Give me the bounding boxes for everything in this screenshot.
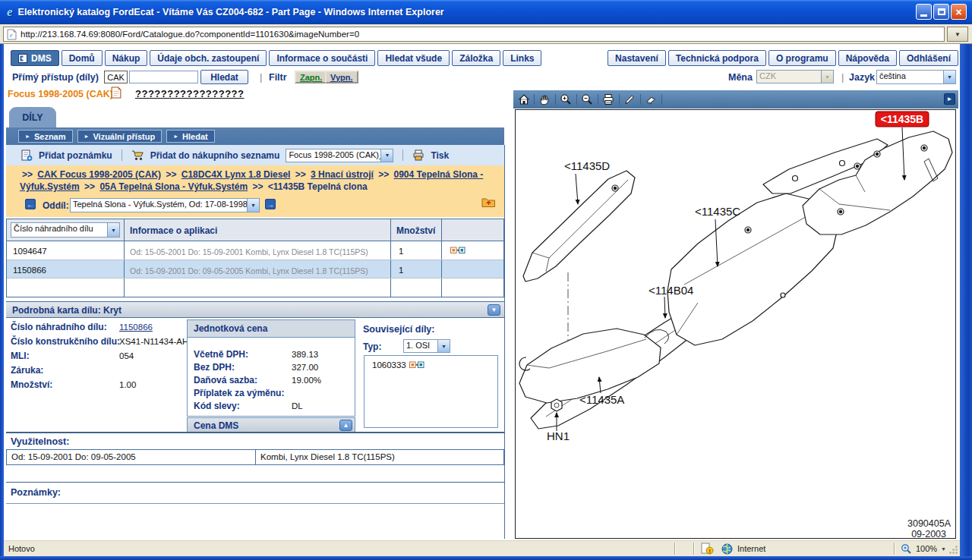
- visual-access-button[interactable]: ►Vizuální přístup: [77, 130, 163, 143]
- breadcrumb-link-vehicle[interactable]: CAK Focus 1998-2005 (CAK): [37, 169, 161, 180]
- dms-price-title: Cena DMS: [194, 420, 238, 431]
- status-bar: Hotovo ! Internet 100% ▼: [4, 540, 960, 556]
- list-view-button[interactable]: ►Seznam: [18, 130, 73, 143]
- zoom-in-icon[interactable]: [560, 93, 572, 105]
- eraser-icon[interactable]: [645, 93, 657, 105]
- detail-card-title: Podrobná karta dílu: Kryt: [12, 305, 122, 316]
- nav-dealer-data-button[interactable]: Údaje obch. zastoupení: [150, 50, 267, 66]
- nav-links-button[interactable]: Links: [503, 50, 541, 66]
- breadcrumb-link-engine[interactable]: C18DC4X Lynx 1.8 Diesel: [181, 169, 291, 180]
- zoom-out-icon[interactable]: [581, 93, 593, 105]
- breadcrumb-current: <11435B Tepelná clona: [268, 181, 368, 192]
- nav-help-button[interactable]: Nápověda: [838, 50, 897, 66]
- address-bar: e http://213.168.74.69:8080/Ford/Catalog…: [0, 24, 972, 44]
- add-to-shopping-list-label[interactable]: Přidat do nákupního seznamu: [150, 150, 280, 161]
- nav-part-info-button[interactable]: Informace o součásti: [269, 50, 375, 66]
- add-note-label[interactable]: Přidat poznámku: [39, 150, 112, 161]
- expand-panel-button[interactable]: ►: [944, 93, 955, 105]
- dropdown-arrow-icon: ▼: [437, 340, 450, 352]
- table-row-part-number[interactable]: 1094647: [13, 247, 47, 256]
- window-border-bottom: [0, 556, 972, 560]
- next-section-button[interactable]: →: [265, 199, 276, 209]
- callout-11435b-highlighted[interactable]: <11435B: [876, 112, 929, 127]
- nav-purchase-button[interactable]: Nákup: [105, 50, 148, 66]
- document-icon[interactable]: [111, 87, 122, 99]
- title-bar: e Elektronický katalog FordEcat - Vítáme…: [0, 0, 972, 24]
- pencil-icon[interactable]: [623, 93, 636, 105]
- nav-dms-button[interactable]: DMS: [11, 50, 59, 66]
- usage-row: Od: 15-09-2001 Do: 09-05-2005 Kombi, Lyn…: [6, 449, 504, 465]
- notes-title: Poznámky:: [11, 487, 61, 498]
- main-menu: DMS Domů Nákup Údaje obch. zastoupení In…: [11, 50, 541, 66]
- part-number-column-select[interactable]: Číslo náhradního dílu ▼: [11, 222, 120, 238]
- nav-search-all-button[interactable]: Hledat všude: [377, 50, 450, 66]
- resize-grip[interactable]: [948, 545, 958, 555]
- part-number-link[interactable]: 1150866: [119, 322, 153, 332]
- collapse-detail-button[interactable]: ▼: [488, 304, 500, 316]
- pan-hand-icon[interactable]: [538, 93, 551, 105]
- table-row-info: Od: 15-05-2001 Do: 15-09-2001 Kombi, Lyn…: [130, 247, 368, 256]
- maximize-button[interactable]: [933, 4, 949, 20]
- placeholder-link[interactable]: ?????????????????: [135, 88, 245, 99]
- nav-about-button[interactable]: O programu: [768, 50, 836, 66]
- breadcrumb-link-group[interactable]: 3 Hnací ústrojí: [311, 169, 374, 180]
- zoom-dropdown-arrow[interactable]: ▼: [941, 546, 946, 552]
- detail-qty-value: 1.00: [119, 380, 136, 389]
- play-icon: ►: [173, 134, 178, 139]
- filter-off-button[interactable]: Vypn.: [325, 71, 358, 83]
- address-dropdown-button[interactable]: ▼: [947, 27, 968, 42]
- dropdown-arrow-icon: ▼: [943, 71, 955, 83]
- print-image-icon[interactable]: [602, 93, 614, 105]
- direct-access-prefix: CAK: [104, 71, 128, 83]
- search-view-button[interactable]: ►Hledat: [166, 130, 215, 143]
- detail-eng-label: Číslo konstrukčního dílu:: [11, 336, 120, 347]
- language-select[interactable]: čeština ▼: [876, 70, 956, 84]
- drawing-date: 09-2003: [911, 529, 946, 538]
- callout-hn1[interactable]: HN1: [547, 429, 570, 442]
- table-row-part-number[interactable]: 1150866: [13, 266, 46, 275]
- parts-toolbar: ►Seznam ►Vizuální přístup ►Hledat: [6, 127, 504, 145]
- cart-icon[interactable]: [131, 149, 144, 161]
- nav-logout-button[interactable]: Odhlášení: [899, 50, 958, 66]
- detail-eng-value: XS41-N11434-AH: [119, 337, 188, 346]
- direct-access-input[interactable]: [129, 71, 198, 83]
- search-button[interactable]: Hledat: [200, 70, 248, 84]
- tab-dily[interactable]: DÍLY: [9, 107, 56, 127]
- zone-label: Internet: [737, 544, 765, 553]
- expand-dms-button[interactable]: ▲: [339, 420, 352, 431]
- filter-on-button[interactable]: Zapn.: [295, 71, 327, 83]
- nav-dms-label: DMS: [31, 53, 52, 64]
- related-part-item[interactable]: 1060333: [372, 360, 424, 370]
- nav-support-button[interactable]: Technická podpora: [668, 50, 766, 66]
- dropdown-arrow-icon: ▼: [821, 71, 833, 83]
- print-label[interactable]: Tisk: [431, 150, 449, 161]
- supersession-icon[interactable]: [450, 247, 465, 254]
- breadcrumb-link-section[interactable]: 05A Tepelná Slona - Výfuk.Systém: [99, 181, 248, 192]
- supersession-icon: [409, 361, 424, 369]
- callout-11435d[interactable]: <11435D: [564, 159, 610, 172]
- address-input[interactable]: e http://213.168.74.69:8080/Ford/Catalog…: [3, 27, 945, 42]
- callout-11435a[interactable]: <11435A: [579, 393, 624, 406]
- secondary-menu: Nastavení Technická podpora O programu N…: [608, 50, 958, 66]
- page-icon: e: [7, 29, 17, 40]
- section-select[interactable]: Tepelná Slona - Výfuk.Systém, Od: 17-08-…: [70, 198, 260, 212]
- direct-access-label: Přímý přístup (díly): [12, 72, 99, 83]
- print-icon[interactable]: [412, 149, 424, 161]
- filter-label: Filtr: [269, 72, 287, 83]
- parts-table: Číslo náhradního dílu ▼ Informace o apli…: [6, 219, 504, 297]
- minimize-button[interactable]: [916, 4, 932, 20]
- related-type-select[interactable]: 1. OSI ▼: [403, 339, 450, 353]
- previous-section-button[interactable]: ←: [25, 199, 36, 209]
- image-toolbar: [513, 90, 958, 109]
- callout-11435c[interactable]: <11435C: [695, 205, 740, 218]
- vehicle-context-label: Focus 1998-2005 (CAK): [8, 89, 113, 99]
- add-note-icon[interactable]: [21, 149, 33, 162]
- nav-home-button[interactable]: Domů: [62, 50, 103, 66]
- callout-114b04[interactable]: <114B04: [649, 284, 693, 297]
- shopping-list-select[interactable]: Focus 1998-2005 (CAK)_1 ▼: [286, 149, 393, 162]
- home-icon[interactable]: [518, 93, 530, 105]
- nav-settings-button[interactable]: Nastavení: [608, 50, 666, 66]
- folder-up-icon[interactable]: [481, 196, 496, 208]
- close-button[interactable]: ×: [951, 4, 967, 20]
- nav-bookmark-button[interactable]: Záložka: [452, 50, 500, 66]
